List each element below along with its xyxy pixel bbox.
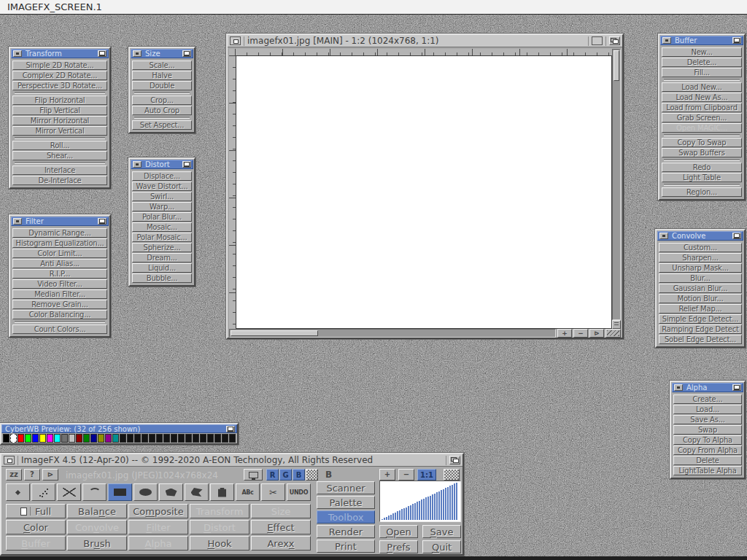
close-icon[interactable] xyxy=(662,37,671,44)
palette-titlebar[interactable]: CyberWB Preview: (32 of 256 shown) xyxy=(1,424,237,433)
color-swatch[interactable] xyxy=(25,434,31,443)
mirror-vertical-button[interactable]: Mirror Vertical xyxy=(12,126,107,136)
color-limit-button[interactable]: Color Limit... xyxy=(12,249,107,258)
depth-icon[interactable] xyxy=(732,233,741,239)
polygon-tool-button[interactable] xyxy=(159,483,183,501)
mosaic-button[interactable]: Mosaic... xyxy=(132,222,192,232)
vertical-scrollbar[interactable] xyxy=(612,49,621,320)
flip-vertical-button[interactable]: Flip Vertical xyxy=(12,106,107,115)
polar-blur-button[interactable]: Polar Blur... xyxy=(132,212,192,222)
lighttable-alpha-button[interactable]: LightTable Alpha xyxy=(673,466,742,475)
color-swatch[interactable] xyxy=(54,434,61,443)
color-swatch[interactable] xyxy=(76,434,82,443)
spherize-button[interactable]: Spherize... xyxy=(132,243,192,252)
save-button[interactable]: Save xyxy=(422,525,461,538)
video-filter-button[interactable]: Video Filter... xyxy=(12,279,107,289)
green-channel-button[interactable]: G xyxy=(279,469,292,481)
complex-2d-rotate-button[interactable]: Complex 2D Rotate... xyxy=(12,71,107,80)
double-button[interactable]: Double xyxy=(132,81,192,90)
depth-icon[interactable] xyxy=(226,426,235,432)
color-swatch[interactable] xyxy=(112,434,119,443)
warp-button[interactable]: Warp... xyxy=(132,202,192,211)
simple-edge-detect-button[interactable]: Simple Edge Detect... xyxy=(659,314,742,324)
copy-to-alpha-button[interactable]: Copy To Alpha xyxy=(673,435,742,445)
close-icon[interactable] xyxy=(4,456,15,464)
displace-button[interactable]: Displace... xyxy=(132,171,192,181)
copy-from-alpha-button[interactable]: Copy From Alpha xyxy=(673,446,742,455)
arexx-button[interactable]: Arexx xyxy=(251,536,311,551)
arrow-button[interactable]: ⊳ xyxy=(42,469,58,481)
color-swatch[interactable] xyxy=(149,434,155,443)
perspective-3d-rotate-button[interactable]: Perspective 3D Rotate... xyxy=(12,81,107,90)
gaussian-blur-button[interactable]: Gaussian Blur... xyxy=(659,284,742,293)
open-button[interactable]: Open xyxy=(379,525,418,538)
color-swatch[interactable] xyxy=(214,434,221,443)
ramping-edge-detect-button[interactable]: Ramping Edge Detect xyxy=(659,324,742,334)
alpha-titlebar[interactable]: Alpha xyxy=(672,383,743,392)
load-button[interactable]: Load... xyxy=(673,405,742,414)
dither-pattern-icon[interactable] xyxy=(306,469,318,481)
size-button[interactable]: Size xyxy=(251,504,311,518)
blue-channel-button[interactable]: B xyxy=(293,469,305,481)
load-new-as-button[interactable]: Load New As... xyxy=(662,93,742,102)
fill-button[interactable]: Fill... xyxy=(662,68,742,77)
copy-to-swap-button[interactable]: Copy To Swap xyxy=(662,138,742,147)
convolve-button[interactable]: Convolve xyxy=(67,520,127,534)
close-icon[interactable] xyxy=(13,218,22,225)
color-swatch[interactable] xyxy=(18,434,24,443)
color-swatch[interactable] xyxy=(193,434,199,443)
effect-button[interactable]: Effect xyxy=(251,520,311,534)
convolve-titlebar[interactable]: Convolve xyxy=(657,231,743,241)
save-as-button[interactable]: Save As... xyxy=(673,415,742,424)
depth-icon[interactable] xyxy=(732,384,741,391)
grab-screen-button[interactable]: Grab Screen... xyxy=(662,113,742,122)
color-swatch[interactable] xyxy=(120,434,126,443)
interlace-button[interactable]: Interlace xyxy=(12,166,107,175)
filter-button[interactable]: Filter xyxy=(128,520,188,534)
red-channel-button[interactable]: R xyxy=(266,469,279,481)
color-swatch[interactable] xyxy=(207,434,214,443)
close-icon[interactable] xyxy=(659,233,668,239)
remove-grain-button[interactable]: Remove Grain... xyxy=(12,300,107,309)
roll-button[interactable]: Roll... xyxy=(12,141,107,150)
delete-button[interactable]: Delete xyxy=(673,456,742,465)
color-swatch[interactable] xyxy=(163,434,170,443)
close-icon[interactable] xyxy=(230,36,241,45)
unsharp-mask-button[interactable]: Unsharp Mask... xyxy=(659,263,742,273)
color-swatch[interactable] xyxy=(142,434,148,443)
load-new-button[interactable]: Load New... xyxy=(662,82,742,92)
color-swatch[interactable] xyxy=(3,434,9,443)
close-icon[interactable] xyxy=(133,50,142,57)
render-button[interactable]: Render xyxy=(317,525,375,538)
anti-alias-button[interactable]: Anti Alias... xyxy=(12,259,107,268)
liquid-button[interactable]: Liquid... xyxy=(132,263,192,273)
scale-button[interactable]: Scale... xyxy=(132,61,192,70)
buffer-button[interactable]: Buffer xyxy=(6,536,66,551)
load-from-clipboard-button[interactable]: Load from Clipboard xyxy=(662,103,742,112)
flip-horizontal-button[interactable]: Flip Horizontal xyxy=(12,96,107,105)
open-magic-button[interactable]: Open MAGIC... xyxy=(662,123,742,133)
oval-tool-button[interactable] xyxy=(133,483,158,501)
color-swatch[interactable] xyxy=(134,434,141,443)
balance-button[interactable]: Balance xyxy=(67,504,127,518)
color-swatch[interactable] xyxy=(156,434,163,443)
zoom-ratio-button[interactable]: 1:1 xyxy=(417,469,436,481)
halve-button[interactable]: Halve xyxy=(132,71,192,80)
polar-mosaic-button[interactable]: Polar Mosaic... xyxy=(132,233,192,242)
alpha-button[interactable]: Alpha xyxy=(128,536,188,551)
freehand-tool-button[interactable] xyxy=(185,483,209,501)
swap-button[interactable]: Swap xyxy=(673,425,742,435)
blur-button[interactable]: Blur... xyxy=(659,273,742,283)
color-swatch[interactable] xyxy=(39,434,46,443)
depth-icon[interactable] xyxy=(609,36,620,45)
r-i-p-button[interactable]: R.I.P... xyxy=(12,269,107,279)
depth-icon[interactable] xyxy=(182,50,191,57)
color-swatch[interactable] xyxy=(32,434,39,443)
sleep-button[interactable]: zz xyxy=(6,469,22,481)
color-swatch[interactable] xyxy=(90,434,97,443)
transform-titlebar[interactable]: Transform xyxy=(11,49,109,58)
image-window-titlebar[interactable]: imagefx01.jpg [MAIN] - 1:2 (1024x768, 1:… xyxy=(228,35,622,47)
set-aspect-button[interactable]: Set Aspect... xyxy=(132,120,192,130)
size-titlebar[interactable]: Size xyxy=(131,49,193,58)
print-button[interactable]: Print xyxy=(317,540,375,553)
